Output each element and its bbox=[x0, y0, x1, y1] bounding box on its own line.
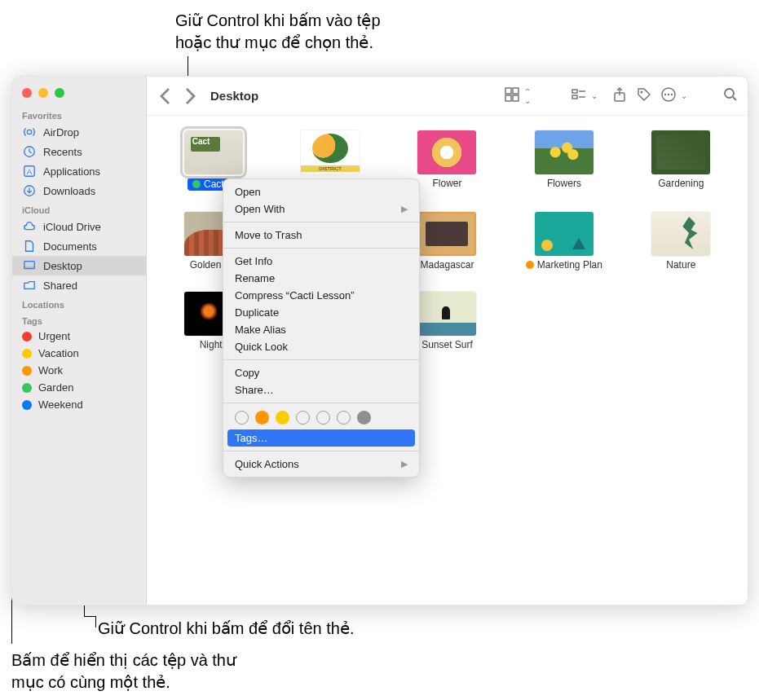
sidebar-tag-work[interactable]: Work bbox=[12, 362, 146, 379]
sidebar-tag-urgent[interactable]: Urgent bbox=[12, 328, 146, 345]
sidebar-tag-vacation[interactable]: Vacation bbox=[12, 345, 146, 362]
cm-open[interactable]: Open bbox=[223, 183, 419, 200]
svg-rect-9 bbox=[513, 88, 519, 94]
file-label: Flowers bbox=[547, 178, 581, 189]
maximize-button[interactable] bbox=[55, 88, 64, 98]
svg-point-23 bbox=[725, 89, 734, 98]
sidebar-item-recents[interactable]: Recents bbox=[12, 142, 146, 161]
sidebar-item-label: Documents bbox=[43, 240, 97, 253]
svg-point-18 bbox=[641, 90, 643, 93]
file-item[interactable]: Gardening bbox=[631, 130, 731, 191]
view-icon-grid[interactable] bbox=[505, 87, 519, 105]
cm-info[interactable]: Get Info bbox=[223, 253, 419, 270]
sidebar-item-desktop[interactable]: Desktop bbox=[12, 256, 146, 275]
clock-icon bbox=[22, 144, 37, 159]
back-button[interactable] bbox=[157, 86, 176, 106]
sidebar-item-documents[interactable]: Documents bbox=[12, 236, 146, 256]
file-label: Flower bbox=[432, 178, 461, 189]
svg-point-21 bbox=[668, 93, 669, 95]
group-chevron[interactable]: ⌄ bbox=[591, 91, 598, 100]
annotation-bottom: Bấm để hiển thị các tệp và thư mục có cù… bbox=[11, 649, 236, 693]
svg-point-20 bbox=[664, 93, 666, 95]
cm-tag-color[interactable] bbox=[235, 411, 249, 425]
file-item[interactable]: Nature bbox=[631, 212, 731, 271]
minimize-button[interactable] bbox=[38, 88, 48, 98]
cm-copy[interactable]: Copy bbox=[223, 364, 419, 381]
tag-label: Weekend bbox=[38, 398, 83, 411]
sidebar-item-label: Applications bbox=[43, 165, 100, 178]
svg-point-0 bbox=[27, 130, 31, 134]
doc-icon bbox=[22, 239, 37, 253]
file-thumbnail bbox=[651, 130, 710, 174]
cm-tag-color[interactable] bbox=[276, 411, 289, 425]
svg-point-22 bbox=[671, 93, 673, 95]
apps-icon: A bbox=[22, 164, 37, 178]
cm-tag-color[interactable] bbox=[296, 411, 310, 425]
icloud-header: iCloud bbox=[12, 200, 146, 217]
file-thumbnail bbox=[417, 130, 476, 174]
sidebar-item-shared[interactable]: Shared bbox=[12, 275, 146, 295]
search-icon[interactable] bbox=[723, 87, 738, 105]
sidebar-item-label: Downloads bbox=[43, 185, 95, 197]
tag-label: Work bbox=[38, 364, 63, 376]
callout-line-garden bbox=[84, 616, 96, 617]
tag-icon[interactable] bbox=[637, 87, 651, 105]
file-thumbnail bbox=[535, 130, 594, 174]
tag-label: Urgent bbox=[38, 330, 70, 342]
cm-rename[interactable]: Rename bbox=[223, 270, 419, 287]
cm-tag-color[interactable] bbox=[357, 411, 371, 425]
tag-dot-icon bbox=[22, 332, 32, 341]
locations-header: Locations bbox=[12, 295, 146, 311]
svg-rect-8 bbox=[505, 88, 511, 94]
cm-alias[interactable]: Make Alias bbox=[223, 321, 419, 338]
close-button[interactable] bbox=[22, 88, 32, 98]
group-icon[interactable] bbox=[571, 87, 586, 105]
sidebar-item-icloud-drive[interactable]: iCloud Drive bbox=[12, 217, 146, 236]
forward-button[interactable] bbox=[179, 86, 199, 106]
svg-rect-12 bbox=[572, 90, 577, 93]
cm-open-with[interactable]: Open With▶ bbox=[223, 200, 419, 218]
cm-tag-color[interactable] bbox=[316, 411, 330, 425]
svg-rect-7 bbox=[24, 266, 34, 269]
sidebar-item-label: Shared bbox=[43, 280, 77, 292]
cm-share[interactable]: Share… bbox=[223, 381, 419, 398]
svg-rect-13 bbox=[572, 95, 577, 99]
cm-tag-color[interactable] bbox=[337, 411, 351, 425]
view-chevron[interactable]: ⌃⌄ bbox=[524, 87, 531, 105]
airdrop-icon bbox=[22, 125, 37, 139]
cm-duplicate[interactable]: Duplicate bbox=[223, 304, 419, 321]
file-thumbnail bbox=[417, 292, 476, 336]
cm-quick-actions[interactable]: Quick Actions▶ bbox=[223, 456, 419, 473]
shared-icon bbox=[22, 278, 37, 293]
more-icon[interactable] bbox=[661, 87, 676, 105]
cm-tag-color[interactable] bbox=[255, 411, 269, 425]
svg-text:A: A bbox=[27, 167, 33, 176]
sidebar-item-label: iCloud Drive bbox=[43, 221, 101, 233]
tag-label: Vacation bbox=[38, 347, 79, 359]
file-thumbnail bbox=[184, 130, 243, 174]
sidebar-item-applications[interactable]: AApplications bbox=[12, 161, 146, 181]
file-thumbnail bbox=[651, 212, 710, 256]
cm-trash[interactable]: Move to Trash bbox=[223, 227, 419, 244]
sidebar-item-airdrop[interactable]: AirDrop bbox=[12, 122, 146, 142]
tag-dot-icon bbox=[22, 349, 32, 359]
file-thumbnail bbox=[301, 130, 360, 174]
file-item[interactable]: Marketing Plan bbox=[514, 212, 614, 271]
cm-tags[interactable]: Tags… bbox=[227, 429, 415, 447]
file-item[interactable]: Flowers bbox=[514, 130, 614, 191]
window-title: Desktop bbox=[210, 89, 258, 103]
share-icon[interactable] bbox=[612, 87, 627, 105]
toolbar: Desktop ⌃⌄ ⌄ ⌄ bbox=[147, 77, 748, 116]
context-menu: Open Open With▶ Move to Trash Get Info R… bbox=[223, 178, 420, 478]
more-chevron[interactable]: ⌄ bbox=[681, 91, 687, 100]
annotation-top: Giữ Control khi bấm vào tệp hoặc thư mục… bbox=[175, 10, 381, 54]
sidebar-item-downloads[interactable]: Downloads bbox=[12, 181, 146, 200]
tag-dot-icon bbox=[22, 366, 32, 376]
sidebar-item-label: Desktop bbox=[43, 260, 82, 272]
cm-compress[interactable]: Compress “Cacti Lesson” bbox=[223, 287, 419, 304]
cm-quicklook[interactable]: Quick Look bbox=[223, 338, 419, 355]
sidebar-tag-garden[interactable]: Garden bbox=[12, 379, 146, 396]
sidebar-tag-weekend[interactable]: Weekend bbox=[12, 396, 146, 413]
desktop-icon bbox=[22, 258, 37, 273]
favorites-header: Favorites bbox=[12, 106, 146, 122]
